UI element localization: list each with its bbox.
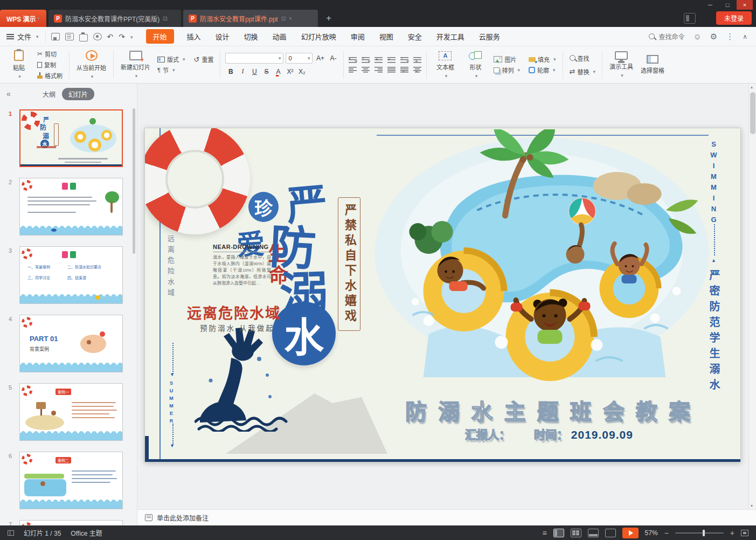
collapse-ribbon-icon[interactable] bbox=[743, 33, 747, 40]
undo-icon[interactable] bbox=[107, 32, 114, 41]
print-preview-icon[interactable] bbox=[93, 33, 102, 40]
slideshow-view-button[interactable] bbox=[605, 529, 616, 537]
grow-font-button[interactable]: A+ bbox=[315, 53, 325, 64]
font-color-button[interactable]: A bbox=[273, 66, 283, 77]
layout-button[interactable]: 版式 bbox=[156, 55, 187, 64]
doc-tab-2[interactable]: P 防溺水安全教育ppt课件.ppt ⊡ × bbox=[183, 10, 318, 27]
maximize-button[interactable]: □ bbox=[719, 0, 736, 10]
file-menu[interactable]: 文件 bbox=[0, 27, 45, 46]
collapse-panel-icon[interactable]: « bbox=[6, 89, 11, 98]
font-size-combo[interactable]: 0 bbox=[286, 53, 313, 64]
tab-design[interactable]: 设计 bbox=[216, 31, 230, 41]
skin-icon[interactable] bbox=[684, 13, 696, 24]
tab-insert[interactable]: 插入 bbox=[187, 31, 201, 41]
more-icon[interactable] bbox=[726, 32, 734, 41]
shrink-font-button[interactable]: A- bbox=[328, 53, 338, 64]
tab-view[interactable]: 视图 bbox=[379, 31, 393, 41]
picture-button[interactable]: 图片 bbox=[492, 55, 522, 64]
paste-button[interactable]: 粘贴 bbox=[5, 49, 32, 80]
tab-cloud[interactable]: 云服务 bbox=[479, 31, 500, 41]
selection-pane-button[interactable]: 选择窗格 bbox=[639, 49, 667, 80]
quickbar-dropdown-icon[interactable] bbox=[130, 33, 133, 40]
zoom-in-button[interactable]: + bbox=[730, 529, 734, 537]
textbox-button[interactable]: A 文本框 bbox=[432, 49, 459, 80]
zoom-slider[interactable] bbox=[675, 532, 724, 534]
normal-view-button[interactable] bbox=[553, 529, 564, 537]
distribute-icon[interactable] bbox=[400, 67, 408, 73]
canvas-scrollbar[interactable] bbox=[748, 84, 756, 509]
feedback-icon[interactable] bbox=[693, 32, 701, 41]
text-direction-icon[interactable] bbox=[413, 57, 421, 63]
arrange-button[interactable]: 排列 bbox=[492, 66, 522, 75]
replace-button[interactable]: 替换 bbox=[568, 67, 597, 76]
tab-outline[interactable]: 大纲 bbox=[43, 89, 56, 99]
redo-icon[interactable] bbox=[119, 32, 125, 41]
tab-security[interactable]: 安全 bbox=[408, 31, 422, 41]
tab-slides[interactable]: 幻灯片 bbox=[62, 88, 94, 100]
find-button[interactable]: 查找 bbox=[568, 53, 597, 63]
tab-transition[interactable]: 切换 bbox=[244, 31, 258, 41]
outline-button[interactable]: 轮廓 bbox=[527, 66, 558, 75]
slide-thumbnail-2[interactable] bbox=[19, 178, 123, 236]
format-painter-button[interactable]: 格式刷 bbox=[36, 71, 64, 80]
reading-view-button[interactable] bbox=[588, 529, 599, 537]
print-icon[interactable] bbox=[79, 34, 88, 41]
numbering-icon[interactable] bbox=[362, 57, 370, 63]
tab-close-icon[interactable]: × bbox=[289, 16, 292, 22]
zoom-out-button[interactable]: − bbox=[664, 529, 669, 537]
play-from-current-button[interactable]: 从当前开始 bbox=[74, 49, 108, 80]
new-tab-button[interactable]: + bbox=[322, 12, 335, 25]
indent-icon[interactable] bbox=[387, 57, 396, 63]
subscript-button[interactable]: X₂ bbox=[296, 66, 307, 77]
outdent-icon[interactable] bbox=[374, 57, 383, 63]
strike-button[interactable]: S bbox=[261, 66, 272, 77]
scrollbar-thumb[interactable] bbox=[750, 92, 755, 134]
slide-sorter-view-button[interactable] bbox=[571, 529, 581, 537]
minimize-button[interactable]: ─ bbox=[702, 0, 718, 10]
fit-to-window-icon[interactable] bbox=[741, 530, 748, 536]
settings-icon[interactable] bbox=[710, 32, 717, 41]
slide-thumbnail-5[interactable]: 案例一 bbox=[19, 383, 123, 441]
save-icon[interactable] bbox=[51, 33, 60, 40]
notes-bar[interactable]: 单击此处添加备注 bbox=[137, 509, 756, 525]
tab-devtools[interactable]: 开发工具 bbox=[436, 31, 464, 41]
sidebar-scrollbar[interactable] bbox=[133, 108, 135, 254]
bold-button[interactable]: B bbox=[225, 66, 236, 77]
align-left-icon[interactable] bbox=[349, 67, 357, 73]
italic-button[interactable]: I bbox=[237, 66, 248, 77]
align-right-icon[interactable] bbox=[374, 67, 383, 73]
tab-animation[interactable]: 动画 bbox=[273, 31, 287, 41]
slide-canvas[interactable]: 珍 爱 生 命 严 防 溺 水 NEAR-DROWNING 溺水，是指人淹没于水… bbox=[144, 128, 741, 462]
copy-button[interactable]: 复制 bbox=[36, 60, 64, 70]
tab-home[interactable]: 开始 bbox=[146, 29, 174, 44]
new-slide-button[interactable]: 新建幻灯片 bbox=[119, 49, 152, 80]
slide-thumbnail-4[interactable]: PART 01 背景案例 bbox=[19, 315, 123, 372]
zoom-slider-thumb[interactable] bbox=[703, 530, 705, 536]
columns-icon[interactable] bbox=[413, 67, 421, 73]
login-button[interactable]: 未登录 bbox=[716, 11, 752, 25]
export-icon[interactable] bbox=[65, 33, 74, 40]
slide-thumbnail-1[interactable]: 严 防 溺 水 bbox=[19, 109, 123, 167]
tab-slideshow[interactable]: 幻灯片放映 bbox=[301, 31, 336, 41]
shapes-button[interactable]: 形状 bbox=[462, 49, 489, 80]
font-family-combo[interactable] bbox=[225, 53, 283, 64]
find-command[interactable]: 查找命令 bbox=[649, 32, 684, 41]
play-slideshow-button[interactable] bbox=[622, 528, 639, 538]
cut-button[interactable]: 剪切 bbox=[36, 50, 64, 59]
fill-button[interactable]: 填充 bbox=[527, 55, 558, 64]
reset-button[interactable]: 重置 bbox=[192, 55, 216, 64]
section-button[interactable]: 节 bbox=[156, 66, 187, 75]
close-button[interactable]: × bbox=[737, 0, 753, 10]
slide-thumbnail-6[interactable]: 案例二 bbox=[19, 452, 123, 509]
justify-icon[interactable] bbox=[387, 67, 396, 73]
align-center-icon[interactable] bbox=[362, 67, 370, 73]
superscript-button[interactable]: X² bbox=[285, 66, 295, 77]
slide-thumbnail-7[interactable] bbox=[19, 520, 123, 525]
line-spacing-icon[interactable] bbox=[400, 57, 408, 63]
slide-thumbnail-3[interactable]: 一、背景案例 二、防溺水知识要点 三、同学讨论 四、结束语 bbox=[19, 246, 123, 304]
presentation-tools-button[interactable]: 演示工具 bbox=[607, 49, 635, 80]
wps-app-tab[interactable]: WPS 演示 bbox=[0, 10, 46, 27]
doc-tab-1[interactable]: P 防溺水安全教育课件PPT(完美版) ⊡ bbox=[48, 10, 181, 27]
notes-toggle-icon[interactable] bbox=[542, 529, 546, 537]
underline-button[interactable]: U bbox=[249, 66, 260, 77]
